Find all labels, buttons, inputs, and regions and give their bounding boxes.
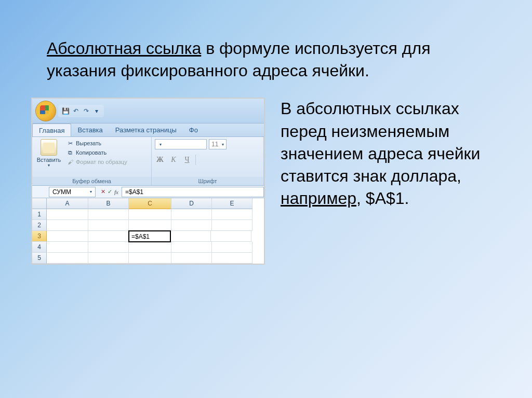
cell-A2[interactable] bbox=[47, 220, 88, 231]
cell-A5[interactable] bbox=[47, 253, 88, 264]
cell-E3[interactable] bbox=[211, 231, 251, 242]
col-header-B[interactable]: B bbox=[88, 198, 129, 209]
qat-dropdown-icon[interactable]: ▾ bbox=[92, 107, 101, 115]
col-header-D[interactable]: D bbox=[171, 198, 212, 209]
bold-button[interactable]: Ж bbox=[155, 155, 165, 165]
tab-home[interactable]: Главная bbox=[32, 123, 71, 136]
italic-button[interactable]: К bbox=[168, 155, 179, 165]
cell-C1[interactable] bbox=[129, 209, 171, 220]
col-header-C[interactable]: C bbox=[129, 198, 171, 209]
formula-bar: СУММ ▾ ✕ ✓ fx =$A$1 bbox=[32, 186, 264, 198]
cell-C4[interactable] bbox=[129, 242, 171, 253]
font-size-value: 11 bbox=[211, 141, 218, 148]
top-paragraph: Абсолютная ссылка в формуле используется… bbox=[0, 0, 532, 98]
column-headers: A B C D E bbox=[32, 198, 264, 209]
cell-B2[interactable] bbox=[88, 220, 129, 231]
brush-icon: 🖌 bbox=[66, 158, 74, 166]
cell-D4[interactable] bbox=[171, 242, 212, 253]
select-all-corner[interactable] bbox=[32, 198, 47, 209]
enter-icon[interactable]: ✓ bbox=[108, 188, 112, 195]
cell-C5[interactable] bbox=[129, 253, 171, 264]
row-header-5[interactable]: 5 bbox=[32, 253, 47, 264]
row-header-1[interactable]: 1 bbox=[32, 209, 47, 220]
quick-access-toolbar: 💾 ↶ ↷ ▾ bbox=[58, 105, 104, 117]
row-header-3[interactable]: 3 bbox=[32, 231, 47, 242]
font-size-combo[interactable]: 11▾ bbox=[209, 139, 227, 149]
row-header-2[interactable]: 2 bbox=[32, 220, 47, 231]
formula-input[interactable]: =$A$1 bbox=[122, 187, 264, 197]
copy-label: Копировать bbox=[76, 149, 107, 156]
font-name-combo[interactable]: ▾ bbox=[155, 139, 207, 149]
cell-E2[interactable] bbox=[212, 220, 252, 231]
cut-button[interactable]: ✂ Вырезать bbox=[65, 139, 128, 147]
scissors-icon: ✂ bbox=[66, 140, 74, 147]
separator bbox=[195, 155, 196, 165]
cell-E1[interactable] bbox=[212, 209, 252, 220]
name-box[interactable]: СУММ ▾ bbox=[49, 187, 96, 197]
name-box-value: СУММ bbox=[52, 188, 71, 196]
format-painter-button[interactable]: 🖌 Формат по образцу bbox=[65, 158, 128, 166]
cell-D5[interactable] bbox=[171, 253, 212, 264]
underline-button[interactable]: Ч bbox=[182, 155, 192, 165]
cell-B5[interactable] bbox=[88, 253, 129, 264]
office-button[interactable] bbox=[35, 101, 56, 121]
font-group: ▾ 11▾ Ж К Ч Шрифт bbox=[152, 137, 264, 185]
cell-C3-value: =$A$1 bbox=[131, 233, 150, 240]
col-header-A[interactable]: A bbox=[47, 198, 88, 209]
cell-A1[interactable] bbox=[47, 209, 88, 220]
cell-A3[interactable] bbox=[47, 231, 88, 242]
copy-icon: ⧉ bbox=[66, 149, 74, 156]
tab-page-layout[interactable]: Разметка страницы bbox=[109, 123, 183, 136]
cell-E4[interactable] bbox=[212, 242, 252, 253]
font-group-label: Шрифт bbox=[152, 177, 263, 185]
excel-screenshot: 💾 ↶ ↷ ▾ Главная Вставка Разметка страниц… bbox=[31, 98, 265, 265]
side-paragraph: В абсолютных ссылках перед неизменяемым … bbox=[281, 98, 532, 265]
cell-E5[interactable] bbox=[212, 253, 252, 264]
cell-A4[interactable] bbox=[47, 242, 88, 253]
term-underlined: Абсолютная ссылка bbox=[47, 39, 201, 58]
cell-B4[interactable] bbox=[88, 242, 129, 253]
cell-B3[interactable] bbox=[88, 231, 129, 242]
cell-D2[interactable] bbox=[171, 220, 212, 231]
cell-D1[interactable] bbox=[171, 209, 212, 220]
cell-D3[interactable] bbox=[170, 231, 211, 242]
cell-B1[interactable] bbox=[88, 209, 129, 220]
col-header-E[interactable]: E bbox=[212, 198, 252, 209]
formula-value: =$A$1 bbox=[125, 188, 143, 196]
row-header-4[interactable]: 4 bbox=[32, 242, 47, 253]
fx-icon[interactable]: fx bbox=[114, 189, 118, 195]
paste-label: Вставить bbox=[37, 157, 61, 163]
excel-titlebar: 💾 ↶ ↷ ▾ bbox=[32, 99, 264, 123]
tab-insert[interactable]: Вставка bbox=[71, 123, 109, 136]
cell-C3[interactable]: =$A$1 bbox=[128, 230, 171, 242]
ribbon-tabs: Главная Вставка Разметка страницы Фо bbox=[32, 123, 264, 137]
paste-icon bbox=[41, 139, 57, 156]
cell-C2[interactable] bbox=[129, 220, 171, 231]
cancel-icon[interactable]: ✕ bbox=[101, 188, 105, 195]
copy-button[interactable]: ⧉ Копировать bbox=[65, 148, 128, 157]
format-painter-label: Формат по образцу bbox=[76, 159, 127, 165]
side-part2: , $A$1. bbox=[356, 189, 409, 208]
ribbon-body: Вставить ▾ ✂ Вырезать ⧉ Копировать bbox=[32, 137, 264, 186]
save-icon[interactable]: 💾 bbox=[61, 107, 70, 115]
side-underlined: например bbox=[281, 189, 356, 208]
undo-icon[interactable]: ↶ bbox=[72, 107, 80, 115]
cut-label: Вырезать bbox=[76, 140, 101, 146]
redo-icon[interactable]: ↷ bbox=[82, 107, 90, 115]
spreadsheet-grid: A B C D E 1 2 bbox=[32, 198, 264, 264]
paste-button[interactable]: Вставить ▾ bbox=[35, 139, 62, 168]
tab-formulas[interactable]: Фо bbox=[183, 123, 204, 136]
clipboard-group-label: Буфер обмена bbox=[32, 177, 151, 185]
clipboard-group: Вставить ▾ ✂ Вырезать ⧉ Копировать bbox=[32, 137, 152, 185]
side-part1: В абсолютных ссылках перед неизменяемым … bbox=[281, 99, 480, 185]
